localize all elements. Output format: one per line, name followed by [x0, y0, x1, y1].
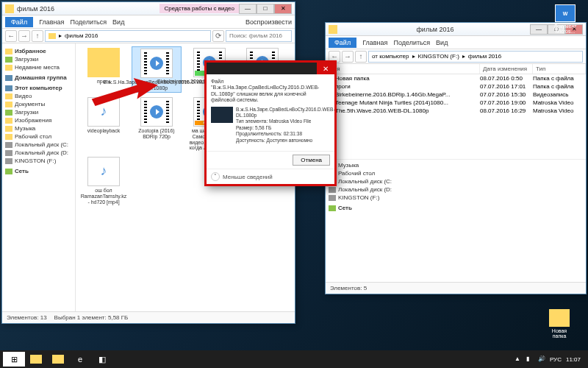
desktop-shortcut-word[interactable]: W Документ Micros... — [551, 4, 579, 34]
window-title: фильм 2016 — [17, 5, 159, 13]
sidebar-music[interactable]: Музыка — [326, 161, 586, 169]
cancel-button[interactable]: Отмена — [293, 155, 330, 166]
volume-icon[interactable]: 🔊 — [538, 355, 545, 363]
tab-home[interactable]: Главная — [362, 39, 387, 46]
crumb[interactable]: KINGSTON (F:) — [418, 53, 459, 60]
maximize-button[interactable]: □ — [257, 4, 274, 14]
sidebar-video[interactable]: Видео — [2, 92, 75, 100]
taskbar-explorer[interactable] — [47, 352, 69, 367]
taskbar-explorer[interactable] — [25, 352, 47, 367]
sidebar-music[interactable]: Музыка — [2, 124, 75, 132]
address-bar[interactable]: от компьютер▸ KINGSTON (F:)▸ фильм 2016 — [368, 51, 583, 63]
sidebar-drive-c[interactable]: Локальный диск (C: — [326, 177, 586, 185]
column-headers[interactable]: Имя Дата изменения Тип — [326, 64, 586, 74]
crumb[interactable]: фильм 2016 — [468, 53, 501, 60]
taskbar: ⊞ e ◧ ▲ ▮ 🔊 РУС 11:07 — [0, 350, 588, 368]
status-count: Элементов: 5 — [330, 285, 367, 291]
minimize-button[interactable]: — — [239, 4, 257, 14]
folder-icon — [5, 4, 14, 13]
sidebar-pictures[interactable]: Изображения — [2, 116, 75, 124]
col-type[interactable]: Тип — [533, 64, 586, 74]
annotation-arrow — [88, 74, 158, 110]
sidebar-kingston[interactable]: KINGSTON (F:) — [326, 194, 586, 202]
sidebar-downloads[interactable]: Загрузки — [2, 55, 75, 63]
address-bar[interactable]: ▸ фильм 2016 — [45, 30, 211, 42]
close-icon[interactable]: ✕ — [317, 63, 334, 74]
shortcut-label: Документ Micros... — [551, 24, 579, 34]
close-button[interactable]: ✕ — [274, 4, 292, 14]
status-selection: Выбран 1 элемент: 5,58 ГБ — [54, 314, 129, 321]
sidebar-kingston[interactable]: KINGSTON (F:) — [2, 157, 75, 165]
explorer-window-destination: фильм 2016 — □ ✕ Файл Главная Поделиться… — [325, 22, 587, 294]
minimize-button[interactable]: — — [530, 24, 548, 35]
sidebar-network[interactable]: Сеть — [2, 167, 75, 175]
dialog-titlebar[interactable]: ✕ — [207, 63, 334, 74]
nav-forward-button[interactable]: → — [342, 51, 354, 63]
refresh-button[interactable]: ⟳ — [212, 30, 224, 42]
col-name[interactable]: Имя — [326, 64, 480, 74]
window-title: фильм 2016 — [340, 26, 530, 33]
word-icon: W — [555, 4, 576, 22]
col-date[interactable]: Дата изменения — [480, 64, 533, 74]
search-input[interactable] — [226, 30, 292, 42]
file-item[interactable]: ♪ош бол RamazanTamshy.kz - hd720 [mp4] — [79, 155, 129, 206]
taskbar-app[interactable]: ◧ — [91, 352, 113, 367]
tab-play[interactable]: Воспроизвести — [245, 18, 292, 26]
folder-icon — [30, 355, 42, 364]
nav-row: ← → ↑ от компьютер▸ KINGSTON (F:)▸ фильм… — [326, 49, 586, 64]
statusbar: Элементов: 5 — [326, 282, 586, 294]
list-item[interactable]: The.5th.Wave.2016.WEB-DL.1080p08.07.2016… — [326, 107, 586, 115]
sidebar-drive-d[interactable]: Локальный диск (D: — [326, 185, 586, 194]
sidebar-documents[interactable]: Документы — [2, 100, 75, 108]
file-label: ош бол RamazanTamshy.kz - hd720 [mp4] — [80, 188, 127, 205]
tab-share[interactable]: Поделиться — [70, 18, 107, 26]
sidebar-drive-c[interactable]: Локальный диск (C: — [2, 141, 75, 149]
sidebar-network[interactable]: Сеть — [326, 204, 586, 212]
file-info: В.ж.S.Ha.Зape.CpaBedLнBoCty.2016.D.WEB-D… — [236, 107, 335, 144]
sidebar-homegroup[interactable]: Домашняя группа — [2, 74, 75, 82]
folder-icon — [329, 25, 337, 34]
tray-icon[interactable]: ▲ — [514, 355, 522, 363]
tab-file[interactable]: Файл — [5, 17, 33, 27]
sidebar-favorites[interactable]: Избранное — [2, 47, 75, 55]
chevron-up-icon: ˄ — [211, 172, 220, 181]
list-item[interactable]: Birkebeinerne.2016.BDRip.1.46Gb.MegaP...… — [326, 91, 586, 99]
sidebar-desktop[interactable]: Рабочий стол — [326, 169, 586, 177]
shortcut-label: Новая папка — [545, 328, 573, 339]
tab-view[interactable]: Вид — [112, 18, 124, 26]
tab-file[interactable]: Файл — [329, 38, 356, 48]
file-thumbnail: ♪ — [87, 157, 120, 186]
nav-back-button[interactable]: ← — [5, 30, 17, 42]
list-item[interactable]: проги07.07.2016 17:01Папка с файла — [326, 82, 586, 91]
sidebar-thispc[interactable]: Этот компьютер — [2, 84, 75, 92]
nav-forward-button[interactable]: → — [18, 30, 30, 42]
sidebar-desktop[interactable]: Рабочий стол — [2, 132, 75, 141]
ribbon-tabs: Файл Главная Поделиться Вид — [326, 36, 586, 49]
tab-view[interactable]: Вид — [436, 39, 448, 46]
titlebar[interactable]: фильм 2016 — □ ✕ — [326, 23, 586, 36]
desktop-folder[interactable]: Новая папка — [545, 309, 573, 339]
taskbar-browser[interactable]: e — [69, 352, 91, 367]
sidebar-drive-d[interactable]: Локальный диск (D: — [2, 149, 75, 157]
system-tray[interactable]: ▲ ▮ 🔊 РУС 11:07 — [510, 355, 585, 363]
folder-icon — [52, 355, 64, 364]
language-indicator[interactable]: РУС — [550, 356, 562, 363]
start-button[interactable]: ⊞ — [3, 352, 25, 367]
fewer-details-toggle[interactable]: ˄ Меньше сведений — [207, 169, 334, 184]
status-count: Элементов: 13 — [7, 314, 47, 321]
nav-up-button[interactable]: ↑ — [355, 51, 367, 63]
sidebar-downloads2[interactable]: Загрузки — [2, 108, 75, 116]
list-item[interactable]: Teenage Mutant Ninja Turtles (2014)1080.… — [326, 99, 586, 107]
tab-share[interactable]: Поделиться — [393, 39, 430, 46]
ribbon-context-tab[interactable]: Средства работы с видео — [159, 4, 239, 13]
crumb[interactable]: от компьютер — [372, 53, 409, 60]
nav-up-button[interactable]: ↑ — [32, 30, 43, 42]
ribbon-tabs: Файл Главная Поделиться Вид Воспроизвест… — [2, 15, 295, 29]
list-item[interactable]: Новая папка08.07.2016 0:50Папка с файла — [326, 74, 586, 82]
network-icon[interactable]: ▮ — [526, 355, 534, 363]
titlebar[interactable]: фильм 2016 Средства работы с видео — □ ✕ — [2, 2, 295, 15]
tab-home[interactable]: Главная — [39, 18, 64, 26]
files-pane[interactable]: Имя Дата изменения Тип Новая папка08.07.… — [326, 64, 586, 282]
clock[interactable]: 11:07 — [566, 356, 581, 363]
sidebar-recent[interactable]: Недавние места — [2, 63, 75, 71]
